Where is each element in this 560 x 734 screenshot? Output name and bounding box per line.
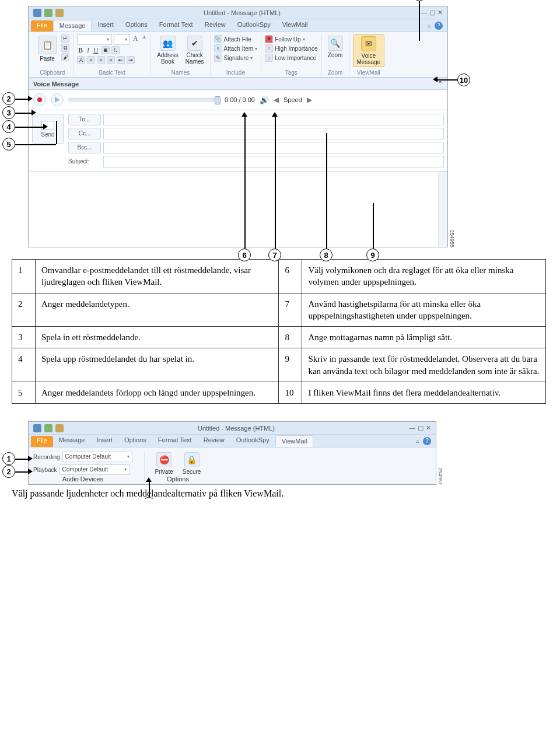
redo-icon[interactable]: [55, 9, 64, 17]
indent-decrease-icon[interactable]: ⇤: [117, 56, 125, 64]
private-button[interactable]: ⛔ Private: [153, 451, 176, 476]
to-button[interactable]: To...: [68, 114, 101, 125]
cut-icon[interactable]: ✂: [61, 34, 69, 43]
save-icon[interactable]: [33, 9, 41, 17]
message-body[interactable]: [29, 171, 447, 247]
italic-button[interactable]: I: [86, 46, 90, 55]
flag-icon: ⚑: [265, 35, 273, 43]
check-names-button[interactable]: ✔ Check Names: [183, 34, 206, 66]
tab-message[interactable]: Message: [53, 20, 92, 32]
subject-field[interactable]: [103, 156, 444, 167]
playback-device-dropdown[interactable]: Computer Default▾: [60, 464, 130, 475]
high-importance-button[interactable]: !High Importance: [265, 44, 317, 53]
increase-font-icon[interactable]: A: [132, 34, 139, 45]
speed-decrease-icon[interactable]: ◀: [274, 96, 279, 104]
indent-increase-icon[interactable]: ⇥: [127, 56, 135, 64]
address-book-button[interactable]: 👥 Address Book: [155, 34, 181, 66]
bold-button[interactable]: B: [77, 46, 84, 55]
attach-item-button[interactable]: 📧Attach Item▾: [214, 44, 258, 53]
undo-icon[interactable]: [44, 424, 52, 432]
high-importance-icon: !: [265, 44, 273, 53]
record-button[interactable]: [33, 93, 46, 106]
format-painter-icon[interactable]: 🖌: [61, 53, 69, 61]
help-area: ▵ ?: [423, 19, 447, 32]
tab-file[interactable]: File: [31, 436, 53, 447]
zoom-button[interactable]: 🔍 Zoom: [326, 34, 345, 60]
collapse-ribbon-icon[interactable]: ▵: [428, 22, 431, 29]
voice-message-header[interactable]: Voice Message ⌃: [29, 78, 447, 89]
speed-increase-icon[interactable]: ▶: [307, 96, 312, 104]
send-button[interactable]: Send: [32, 114, 64, 144]
secure-icon: 🔒: [184, 452, 200, 467]
align-right-icon[interactable]: ≡: [107, 56, 115, 64]
align-center-icon[interactable]: ≡: [97, 56, 105, 64]
decrease-font-icon[interactable]: A: [141, 34, 148, 45]
tab-file[interactable]: File: [31, 20, 53, 32]
check-names-icon: ✔: [187, 36, 202, 51]
help-icon[interactable]: ?: [423, 437, 431, 445]
copy-icon[interactable]: ⧉: [61, 44, 69, 52]
progress-slider[interactable]: [68, 98, 220, 102]
legend-text: Anger meddelandetypen.: [35, 293, 278, 327]
cc-field[interactable]: [103, 128, 444, 139]
close-icon[interactable]: ✕: [426, 424, 431, 432]
callout2-1: 1: [2, 452, 15, 465]
follow-up-button[interactable]: ⚑Follow Up▾: [265, 34, 317, 44]
callout-7: 7: [268, 249, 281, 261]
font-name-dropdown[interactable]: ▾: [77, 34, 112, 45]
play-button[interactable]: [51, 93, 64, 106]
tab-insert[interactable]: Insert: [92, 19, 120, 32]
viewmail-group-label: ViewMail: [357, 68, 380, 76]
slider-knob[interactable]: [215, 96, 220, 104]
attach-file-button[interactable]: 📎Attach File: [214, 34, 258, 44]
numbering-icon[interactable]: ⒈: [111, 46, 120, 54]
maximize-icon[interactable]: ▢: [418, 424, 424, 432]
audio-player: 0:00 / 0:00 🔊 ◀ Speed ▶: [29, 89, 447, 110]
align-left-icon[interactable]: ≡: [87, 56, 95, 64]
tab-options[interactable]: Options: [118, 435, 152, 447]
bcc-field[interactable]: [103, 142, 444, 153]
tab-options[interactable]: Options: [120, 19, 153, 32]
paste-button[interactable]: 📋 Paste: [36, 34, 59, 63]
tab-message[interactable]: Message: [53, 435, 91, 447]
voice-message-button[interactable]: ✉ Voice Message: [353, 34, 385, 67]
tab-outlookspy[interactable]: OutlookSpy: [232, 19, 276, 32]
tab-viewmail[interactable]: ViewMail: [276, 19, 314, 32]
tab-review[interactable]: Review: [198, 435, 230, 447]
collapse-ribbon-icon[interactable]: ▵: [416, 437, 419, 445]
font-size-dropdown[interactable]: ▾: [114, 34, 130, 45]
callout-10: 10: [457, 74, 470, 86]
cc-button[interactable]: Cc...: [68, 128, 101, 139]
scrollbar[interactable]: [438, 172, 447, 247]
tab-review[interactable]: Review: [199, 19, 232, 32]
underline-button[interactable]: U: [92, 46, 100, 55]
options-group-label: Options: [167, 476, 189, 483]
window-controls: — ▢ ✕: [421, 9, 443, 16]
maximize-icon[interactable]: ▢: [429, 9, 435, 16]
recording-device-dropdown[interactable]: Computer Default▾: [62, 452, 132, 462]
ribbon-group-audio-devices: Recording Computer Default▾ Playback Com…: [33, 451, 132, 483]
help-icon[interactable]: ?: [435, 22, 443, 30]
low-importance-button[interactable]: ↓Low Importance: [265, 53, 317, 62]
secure-button[interactable]: 🔒 Secure: [180, 451, 204, 476]
volume-icon[interactable]: 🔊: [260, 96, 269, 104]
callout-9: 9: [366, 249, 379, 261]
legend-text: Använd hastighetspilarna för att minska …: [302, 293, 546, 327]
save-icon[interactable]: [33, 424, 41, 432]
signature-button[interactable]: ✎Signature▾: [214, 53, 258, 62]
legend-table: 1 Omvandlar e-postmeddelandet till ett r…: [12, 259, 546, 404]
bullets-icon[interactable]: ≣: [102, 46, 110, 54]
minimize-icon[interactable]: —: [409, 424, 415, 432]
redo-icon[interactable]: [55, 424, 64, 432]
tab-insert[interactable]: Insert: [90, 435, 118, 447]
collapse-icon[interactable]: ⌃: [438, 80, 443, 88]
close-icon[interactable]: ✕: [438, 9, 443, 16]
bcc-button[interactable]: Bcc...: [68, 142, 101, 153]
tab-format-text[interactable]: Format Text: [152, 435, 198, 447]
tab-viewmail[interactable]: ViewMail: [275, 435, 314, 447]
tab-outlookspy[interactable]: OutlookSpy: [230, 435, 275, 447]
minimize-icon[interactable]: —: [421, 9, 427, 16]
font-color-icon[interactable]: A: [77, 56, 85, 64]
undo-icon[interactable]: [44, 9, 52, 17]
tab-format-text[interactable]: Format Text: [153, 19, 199, 32]
